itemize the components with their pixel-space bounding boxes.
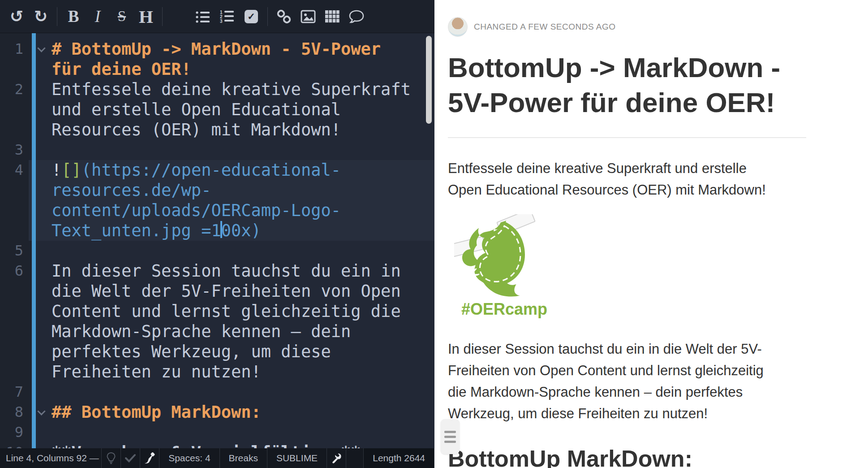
- brush-icon[interactable]: [140, 448, 159, 468]
- code-text: und erstelle Open Educational: [52, 100, 341, 119]
- toolbar-separator: [162, 7, 163, 26]
- svg-text:3: 3: [220, 19, 223, 23]
- line-number: 2: [0, 79, 23, 100]
- code-icon[interactable]: [167, 6, 191, 27]
- checkbox-icon[interactable]: ✓: [239, 6, 263, 27]
- code-token: []: [61, 160, 82, 180]
- editor-row: perfektes Werkzeug, um diese: [0, 342, 434, 362]
- comment-icon[interactable]: [344, 6, 369, 27]
- document-title: BottomUp -> MarkDown - 5V-Power für dein…: [448, 50, 806, 138]
- lightbulb-icon[interactable]: [102, 448, 121, 468]
- editor-row: die Welt der 5V-Freiheiten von Open: [0, 281, 434, 301]
- split-drag-handle[interactable]: [441, 419, 460, 454]
- toolbar-separator: [267, 7, 268, 26]
- code-text: Freiheiten zu nutzen!: [52, 362, 261, 381]
- ordered-list-icon[interactable]: 123: [215, 6, 239, 27]
- editor-row: 10**Verwahren & Vervielfältigen**: [0, 442, 434, 448]
- undo-icon[interactable]: ↺: [4, 6, 29, 27]
- grip-line: [444, 431, 456, 433]
- code-token: 00x): [221, 221, 261, 240]
- editor-row: 4![](https://open-educational-: [0, 160, 434, 180]
- editor-row: 2Entfessele deine kreative Superkraft: [0, 79, 434, 100]
- line-number: 4: [0, 160, 23, 180]
- preview-content: CHANGED A FEW SECONDS AGO Bo: [434, 0, 815, 468]
- italic-icon[interactable]: I: [86, 6, 110, 27]
- editor-toolbar: ↺↻BISH123✓: [0, 0, 434, 33]
- editor-row: Resources (OER) mit Markdown!: [0, 120, 434, 140]
- editor-row: resources.de/wp-: [0, 180, 434, 200]
- line-number: 8: [0, 402, 23, 422]
- intro-paragraph: Entfessele deine kreative Superkraft und…: [448, 158, 811, 201]
- gutter-change-stripe: [32, 33, 36, 448]
- line-number: 6: [0, 261, 23, 281]
- doc-length: Length 2644: [363, 448, 434, 468]
- linebreak-setting[interactable]: Breaks: [220, 448, 267, 468]
- editor-scrollbar-thumb[interactable]: [426, 36, 432, 124]
- unordered-list-icon[interactable]: [191, 6, 215, 27]
- code-token: content/uploads/OERCamp-Logo-: [52, 201, 341, 220]
- line-number: 10: [0, 442, 23, 448]
- redo-icon[interactable]: ↻: [29, 6, 53, 27]
- code-text: Entfessele deine kreative Superkraft: [52, 80, 411, 99]
- grip-line: [444, 436, 456, 438]
- code-text: In dieser Session tauchst du ein in: [52, 261, 401, 281]
- editor-row: 3: [0, 140, 434, 160]
- editor-row: Content und lernst gleichzeitig die: [0, 301, 434, 321]
- markdown-source-editor[interactable]: 1# BottomUp -> MarkDown - 5V-Powerfür de…: [0, 33, 434, 448]
- oercamp-logo-image: ✂ #OERcamp: [454, 214, 544, 319]
- strikethrough-icon[interactable]: S: [110, 6, 134, 27]
- editor-row: Freiheiten zu nutzen!: [0, 362, 434, 382]
- heading-icon[interactable]: H: [134, 6, 158, 27]
- code-text: ## BottomUp MarkDown:: [52, 403, 261, 422]
- editor-pane: ↺↻BISH123✓ 1# BottomUp -> MarkDown - 5V-…: [0, 0, 434, 468]
- code-token: Text_unten.jpg =1: [52, 221, 221, 240]
- editor-row: 9: [0, 422, 434, 442]
- editor-row: Text_unten.jpg =100x): [0, 221, 434, 241]
- code-text: Resources (OER) mit Markdown!: [52, 120, 341, 139]
- section-heading: BottomUp MarkDown:: [448, 445, 815, 468]
- preview-header: CHANGED A FEW SECONDS AGO: [448, 13, 868, 40]
- code-text: Markdown-Sprache kennen – dein: [52, 322, 351, 341]
- link-icon[interactable]: [272, 6, 296, 27]
- check-icon[interactable]: [121, 448, 140, 468]
- editor-row: für deine OER!: [0, 59, 434, 79]
- code-text: perfektes Werkzeug, um diese: [52, 342, 331, 361]
- preview-pane: CHANGED A FEW SECONDS AGO Bo: [434, 0, 868, 468]
- code-token: !: [52, 160, 61, 180]
- toolbar-separator: [57, 7, 57, 26]
- editor-rows: 1# BottomUp -> MarkDown - 5V-Powerfür de…: [0, 39, 434, 448]
- indent-setting[interactable]: Spaces: 4: [159, 448, 219, 468]
- grip-line: [444, 441, 456, 443]
- code-text: für deine OER!: [52, 60, 191, 79]
- session-paragraph: In dieser Session tauchst du ein in die …: [448, 338, 811, 425]
- line-number: 1: [0, 39, 23, 59]
- editor-row: Markdown-Sprache kennen – dein: [0, 321, 434, 342]
- keymap-setting[interactable]: SUBLIME: [267, 448, 327, 468]
- bold-icon[interactable]: B: [61, 6, 86, 27]
- code-text: # BottomUp -> MarkDown - 5V-Power: [52, 39, 381, 59]
- wrench-icon[interactable]: [327, 448, 346, 468]
- last-changed-label[interactable]: CHANGED A FEW SECONDS AGO: [474, 22, 616, 32]
- editor-row: 8## BottomUp MarkDown:: [0, 402, 434, 422]
- line-number: 9: [0, 422, 23, 442]
- fold-chevron-icon[interactable]: [37, 407, 45, 415]
- image-icon[interactable]: [296, 6, 320, 27]
- line-number: 7: [0, 382, 23, 402]
- editor-row: 7: [0, 382, 434, 402]
- oercamp-logo-caption: #OERcamp: [461, 300, 544, 319]
- markdown-editor-app: ↺↻BISH123✓ 1# BottomUp -> MarkDown - 5V-…: [0, 0, 868, 468]
- cursor-position: Line 4, Columns 92 — 21: [0, 448, 102, 468]
- editor-row: 1# BottomUp -> MarkDown - 5V-Power: [0, 39, 434, 59]
- fold-chevron-icon[interactable]: [37, 44, 45, 52]
- table-icon[interactable]: [320, 6, 344, 27]
- editor-row: 6In dieser Session tauchst du ein in: [0, 261, 434, 281]
- line-number: 3: [0, 140, 23, 160]
- editor-row: und erstelle Open Educational: [0, 100, 434, 120]
- code-text: Content und lernst gleichzeitig die: [52, 302, 401, 321]
- code-text: die Welt der 5V-Freiheiten von Open: [52, 282, 401, 301]
- author-avatar[interactable]: [448, 17, 468, 37]
- editor-row: 5: [0, 241, 434, 261]
- editor-statusbar: Line 4, Columns 92 — 21Spaces: 4BreaksSU…: [0, 448, 434, 468]
- line-number: 5: [0, 241, 23, 261]
- code-token: resources.de/wp-: [52, 181, 211, 200]
